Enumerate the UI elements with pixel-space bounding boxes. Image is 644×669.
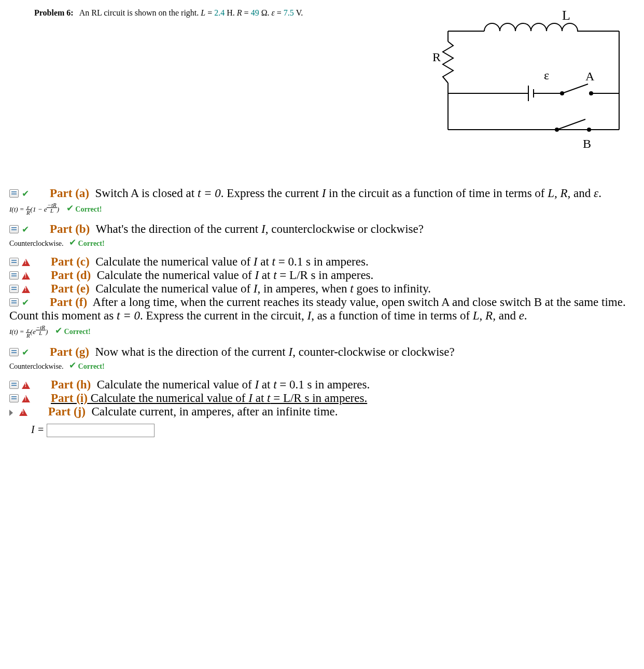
circuit-diagram: L R ε A B	[427, 5, 635, 150]
part-b-answer: Counterclockwise. ✔ Correct!	[9, 237, 635, 248]
problem-statement: Problem 6: An RL circuit is shown on the…	[9, 5, 427, 18]
part-b-label: Part (b)	[50, 222, 90, 235]
checkmark-icon: ✔	[22, 298, 29, 308]
part-g-answer: Counterclockwise. ✔ Correct!	[9, 360, 635, 371]
part-c-label: Part (c)	[51, 255, 90, 268]
part-j: Part (j) Calculate current, in amperes, …	[9, 405, 635, 419]
part-e: Part (e) Calculate the numerical value o…	[9, 282, 635, 296]
part-f: ✔ Part (f) After a long time, when the c…	[9, 296, 635, 338]
label-B: B	[583, 137, 591, 150]
part-f-label: Part (f)	[50, 296, 87, 309]
history-icon[interactable]	[9, 348, 19, 356]
part-g-label: Part (g)	[50, 345, 89, 358]
part-d: Part (d) Calculate the numerical value o…	[9, 269, 635, 282]
part-h: Part (h) Calculate the numerical value o…	[9, 378, 635, 392]
checkmark-icon: ✔	[69, 238, 76, 247]
history-icon[interactable]	[9, 258, 19, 266]
parts-container: ✔ Part (a) Switch A is closed at t = 0. …	[9, 187, 635, 437]
checkmark-icon: ✔	[22, 225, 29, 234]
history-icon[interactable]	[9, 271, 19, 280]
history-icon[interactable]	[9, 285, 19, 293]
problem-text: An RL circuit is shown on the right.	[79, 8, 201, 17]
checkmark-icon: ✔	[66, 203, 74, 213]
part-i: Part (i) Calculate the numerical value o…	[9, 392, 635, 405]
part-g: ✔ Part (g) Now what is the direction of …	[9, 345, 635, 371]
answer-input-label: I =	[31, 424, 47, 435]
warning-icon	[22, 259, 30, 266]
expand-icon[interactable]	[9, 410, 13, 416]
checkmark-icon: ✔	[69, 360, 76, 370]
checkmark-icon: ✔	[22, 189, 29, 199]
checkmark-icon: ✔	[22, 347, 29, 357]
part-i-label[interactable]: Part (i)	[51, 392, 88, 405]
history-icon[interactable]	[9, 225, 19, 233]
label-A: A	[585, 69, 595, 83]
warning-icon	[22, 395, 30, 402]
part-a-answer: I(t) = εR(1 − e−tRL) ✔ Correct!	[9, 202, 635, 215]
problem-label: Problem 6:	[34, 8, 74, 17]
warning-icon	[22, 272, 30, 280]
checkmark-icon: ✔	[55, 326, 62, 336]
answer-input[interactable]	[47, 424, 155, 437]
svg-line-15	[557, 119, 585, 130]
history-icon[interactable]	[9, 381, 19, 389]
part-j-label: Part (j)	[48, 405, 86, 418]
warning-icon	[22, 286, 30, 293]
part-c: Part (c) Calculate the numerical value o…	[9, 255, 635, 269]
history-icon[interactable]	[9, 394, 19, 402]
warning-icon	[22, 382, 30, 389]
warning-icon	[19, 409, 27, 416]
part-b: ✔ Part (b) What's the direction of the c…	[9, 222, 635, 248]
svg-line-11	[562, 84, 588, 93]
part-a-label: Part (a)	[50, 187, 89, 200]
answer-input-row: I =	[9, 423, 635, 437]
part-d-label: Part (d)	[51, 269, 91, 282]
part-e-label: Part (e)	[51, 282, 90, 295]
problem-header: Problem 6: An RL circuit is shown on the…	[9, 5, 635, 150]
history-icon[interactable]	[9, 189, 19, 198]
label-R: R	[432, 50, 441, 64]
history-icon[interactable]	[9, 298, 19, 306]
part-h-label: Part (h)	[51, 378, 91, 391]
part-f-answer: I(t) = εR(e−tRL) ✔ Correct!	[9, 325, 635, 338]
label-L: L	[562, 8, 570, 23]
part-a: ✔ Part (a) Switch A is closed at t = 0. …	[9, 187, 635, 215]
label-eps: ε	[544, 68, 549, 82]
svg-point-16	[587, 128, 591, 131]
